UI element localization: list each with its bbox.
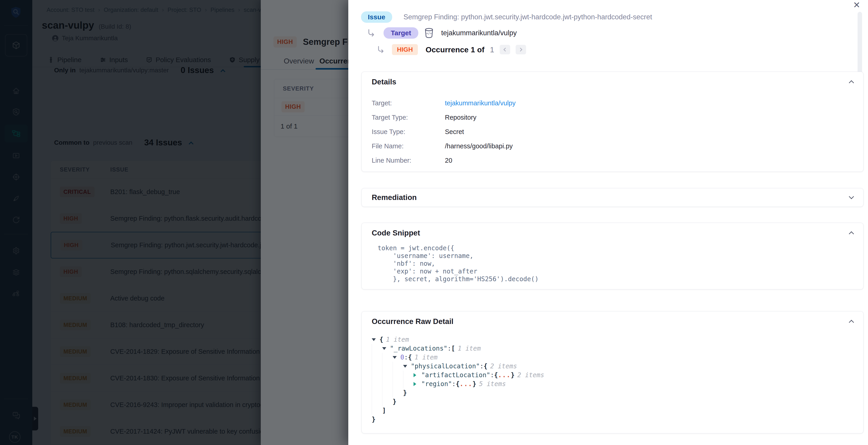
section-title: Remediation [372, 193, 417, 202]
raw-detail-row: } [372, 415, 853, 424]
elbow-arrow-icon [367, 29, 376, 37]
json-token: : [447, 345, 451, 352]
json-token: 0 [400, 354, 404, 361]
tree-indent-guide [393, 380, 403, 388]
tree-indent-guide [372, 353, 382, 362]
field-label: Target: [372, 99, 445, 107]
raw-detail-section: Occurrence Raw Detail { 1 item"_rawLocat… [362, 311, 864, 434]
json-token: ] [382, 407, 386, 414]
occurrence-total: 1 [490, 45, 494, 54]
tree-indent-guide [372, 344, 382, 353]
field-value: /harness/good/libapi.py [445, 142, 513, 150]
tree-indent-guide [372, 406, 382, 415]
app-screen: ? TK Account: STO test›Organization: def… [0, 0, 868, 445]
field-label: Issue Type: [372, 128, 445, 136]
json-token: { [484, 362, 488, 370]
json-token: "_rawLocations" [390, 345, 447, 352]
tree-expand-icon[interactable] [413, 370, 421, 380]
json-token: ... [498, 371, 511, 379]
section-title: Occurrence Raw Detail [372, 317, 454, 326]
tree-indent-guide [382, 353, 393, 362]
tree-collapse-icon[interactable] [403, 362, 411, 370]
field-value: 20 [445, 157, 452, 164]
close-icon[interactable]: ✕ [853, 0, 860, 10]
raw-detail-row: "artifactLocation" : {...} 2 items [372, 370, 853, 380]
elbow-arrow-icon [377, 46, 385, 54]
raw-detail-row: ] [372, 406, 853, 415]
json-token: } [403, 389, 407, 396]
tree-indent-guide [382, 362, 393, 370]
tree-indent-guide [393, 370, 403, 380]
field-label: Line Number: [372, 157, 445, 164]
json-token: : [490, 371, 494, 379]
drawer-title: Semgrep Finding: python.jwt.security.jwt… [404, 13, 652, 21]
tree-collapse-icon[interactable] [382, 344, 390, 353]
section-title: Details [372, 78, 396, 86]
tree-indent-guide [372, 370, 382, 380]
target-link[interactable]: tejakummarikuntla/vulpy [445, 99, 516, 107]
tree-collapse-icon[interactable] [372, 335, 379, 344]
field-label: Target Type: [372, 114, 445, 121]
raw-detail-row: "_rawLocations" : [ 1 item [372, 344, 853, 353]
json-token: { [408, 354, 412, 361]
tree-indent-guide [372, 397, 382, 406]
field-value: Repository [445, 114, 476, 121]
raw-detail-row: 0 : { 1 item [372, 353, 853, 362]
chevron-up-icon[interactable] [849, 80, 854, 86]
occurrence-label: Occurrence 1 of [426, 45, 485, 54]
severity-badge: HIGH [392, 44, 418, 55]
target-badge: Target [383, 27, 418, 39]
raw-detail-row: { 1 item [372, 335, 853, 344]
next-occurrence-button[interactable] [516, 45, 526, 54]
raw-detail-row: "physicalLocation" : { 2 items [372, 362, 853, 370]
chevron-right-icon [518, 48, 522, 52]
json-token: { [494, 371, 498, 379]
tree-indent-guide [382, 397, 393, 406]
field-value: Secret [445, 128, 464, 136]
target-name: tejakummarikuntla/vulpy [441, 29, 517, 37]
json-token: : [452, 380, 456, 388]
repository-icon: </> [424, 28, 434, 38]
chevron-down-icon[interactable] [849, 194, 854, 199]
tree-indent-guide [382, 380, 393, 388]
details-section: Details Target:tejakummarikuntla/vulpy T… [362, 72, 864, 172]
json-token: "region" [421, 380, 452, 388]
tree-indent-guide [382, 370, 393, 380]
chevron-left-icon [503, 48, 507, 52]
tree-indent-guide [393, 388, 403, 397]
raw-detail-json-tree: { 1 item"_rawLocations" : [ 1 item0 : { … [372, 335, 853, 424]
json-token: 2 items [518, 371, 544, 379]
json-token: } [472, 380, 476, 388]
tree-expand-icon[interactable] [413, 380, 421, 388]
code-snippet: token = jwt.encode({ 'username': usernam… [378, 244, 853, 283]
chevron-up-icon[interactable] [849, 320, 854, 325]
json-token: } [372, 416, 376, 423]
json-token: } [393, 398, 397, 406]
raw-detail-row: } [372, 388, 853, 397]
json-token: : [480, 362, 484, 370]
section-title: Code Snippet [372, 229, 420, 237]
prev-occurrence-button[interactable] [500, 45, 510, 54]
remediation-section: Remediation [362, 188, 864, 207]
json-token: { [456, 380, 460, 388]
code-snippet-section: Code Snippet token = jwt.encode({ 'usern… [362, 223, 864, 289]
tree-indent-guide [372, 388, 382, 397]
tree-indent-guide [403, 370, 413, 380]
json-token: ... [460, 380, 473, 388]
issue-badge: Issue [361, 11, 392, 23]
json-token: 5 items [479, 380, 506, 388]
json-token: } [511, 371, 515, 379]
chevron-up-icon[interactable] [849, 231, 854, 237]
json-token: { [379, 336, 383, 343]
occurrence-detail-drawer: ✕ Issue Semgrep Finding: python.jwt.secu… [348, 0, 868, 445]
raw-detail-row: "region" : {...} 5 items [372, 380, 853, 388]
tree-indent-guide [372, 362, 382, 370]
svg-text:</>: </> [427, 32, 432, 35]
json-token: 1 item [386, 336, 409, 343]
tree-indent-guide [393, 362, 403, 370]
json-token: 2 items [490, 362, 517, 370]
json-token: [ [451, 345, 455, 352]
json-token: 1 item [415, 354, 438, 361]
raw-detail-row: } [372, 397, 853, 406]
tree-collapse-icon[interactable] [393, 353, 400, 362]
